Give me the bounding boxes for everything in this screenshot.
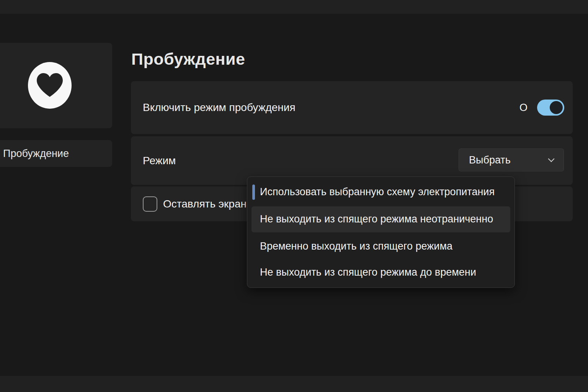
page-title: Пробуждение — [131, 50, 245, 69]
wake-mode-label: Включить режим пробуждения — [131, 101, 296, 114]
chevron-down-icon — [548, 156, 555, 162]
menu-item-no-wake-unlimited[interactable]: Не выходить из спящего режима неотраниче… — [252, 206, 510, 232]
screen-checkbox[interactable] — [143, 196, 157, 212]
sidebar-icon-card — [0, 43, 112, 128]
menu-item-no-wake-until-time[interactable]: Не выходить из спящего режима до времени — [247, 259, 514, 285]
mode-label: Режим — [131, 155, 176, 167]
mode-dropdown-label: Выбрать — [469, 154, 511, 166]
menu-item-label: Не выходить из спящего режима неотраниче… — [260, 213, 493, 225]
sidebar-item-label: Пробуждение — [0, 148, 69, 160]
selected-accent-bar — [252, 185, 255, 200]
sidebar-item-wake[interactable]: Пробуждение — [0, 140, 112, 167]
menu-item-label: Не выходить из спящего режима до времени — [260, 266, 476, 278]
mode-dropdown-button[interactable]: Выбрать — [459, 149, 564, 172]
heart-icon — [28, 61, 72, 109]
mode-dropdown-menu: Использовать выбранную схему электропита… — [247, 176, 515, 288]
menu-item-temporary-wake[interactable]: Временно выходить из спящего режима — [247, 234, 514, 260]
toggle-knob-icon — [550, 101, 563, 114]
settings-window: Пробуждение Пробуждение Включить режим п… — [0, 14, 588, 376]
wake-mode-toggle[interactable] — [537, 100, 564, 116]
menu-item-label: Использовать выбранную схему электропита… — [260, 186, 495, 198]
wake-mode-card: Включить режим пробуждения О — [131, 81, 573, 134]
screen-label: Оставлять экран в — [157, 198, 255, 210]
menu-item-label: Временно выходить из спящего режима — [260, 240, 452, 252]
menu-item-use-power-scheme[interactable]: Использовать выбранную схему электропита… — [247, 179, 514, 205]
toggle-state-text: О — [519, 102, 528, 114]
